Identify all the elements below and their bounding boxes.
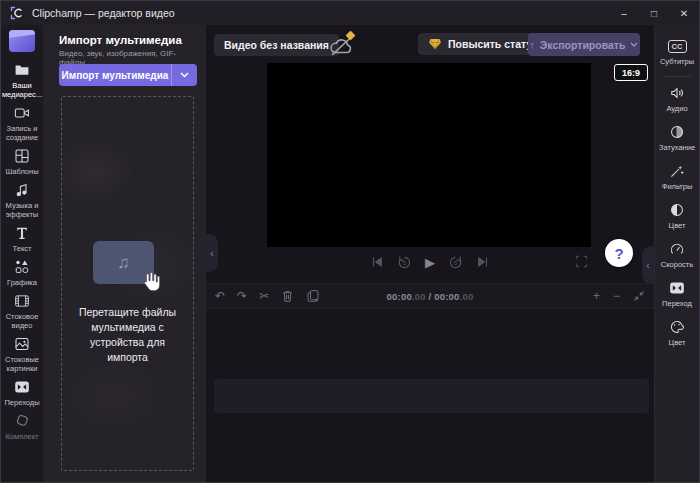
editor-main: Видео без названия Повысить статус ↑ Экс… [206,25,654,482]
transition-icon [669,280,685,296]
trash-icon[interactable] [281,289,294,303]
skip-start-icon[interactable] [370,255,384,269]
text-icon [14,225,30,241]
panel-title: Импорт мультимедиа [59,34,196,46]
left-nav-rail: Ваши медиарес... Запись и создание Шабло… [1,25,43,482]
shapes-icon [14,259,30,275]
sidebar-item-brand-kit[interactable]: Комплект [1,410,43,444]
tool-item-label: Затухание [659,143,695,152]
undo-icon[interactable]: ↶ [215,289,225,303]
chevron-down-icon [180,72,189,78]
music-note-icon [14,182,30,198]
collapse-left-panel-handle[interactable]: ‹ [206,234,218,272]
zoom-in-icon[interactable]: + [593,289,600,303]
rewind-5s-icon[interactable]: 5 [397,255,412,270]
cloud-backup-off-icon[interactable] [328,36,354,56]
chevron-left-icon: ‹ [646,260,649,271]
brand-kit-icon [14,413,30,429]
media-dropzone[interactable]: ♫ Перетащите файлы мультимедиа с устройс… [61,96,194,471]
gem-icon [428,38,442,50]
help-button[interactable]: ? [605,239,633,267]
fit-to-screen-icon[interactable] [633,290,645,302]
sidebar-item-label: Музыка и эффекты [2,201,42,219]
timeline-track[interactable] [214,379,649,413]
export-button-label: Экспортировать [540,39,626,51]
tool-item-color[interactable]: Цвет [655,197,699,236]
templates-icon [14,148,30,164]
tool-item-speed[interactable]: Скорость [655,236,699,275]
import-media-button[interactable]: Импорт мультимедиа [59,64,197,86]
camera-icon [14,105,30,121]
sidebar-item-label: Комплект [5,432,38,441]
tool-item-audio[interactable]: Аудио [655,80,699,119]
export-arrow-icon: ↑ [530,39,535,51]
tool-item-fade[interactable]: Затухание [655,119,699,158]
dropzone-hint: Перетащите файлы мультимедиа с устройств… [70,305,185,365]
sidebar-item-label: Стоковое видео [2,312,42,330]
scissors-icon[interactable]: ✂ [259,289,269,303]
maximize-button[interactable]: □ [639,1,669,25]
tool-item-color-wheel[interactable]: Цвет [655,314,699,353]
sidebar-item-stock-video[interactable]: Стоковое видео [1,290,43,333]
window-title: Clipchamp — редактор видео [32,7,175,19]
fullscreen-icon[interactable] [575,255,588,268]
upgrade-button-label: Повысить статус [448,38,538,50]
import-panel: Импорт мультимедиа Видео, звук, изображе… [43,25,206,482]
sidebar-item-label: Графика [7,278,37,287]
sidebar-item-graphics[interactable]: Графика [1,256,43,290]
tool-item-transition[interactable]: Переход [655,275,699,314]
timeline-timecode: 00:00.00 / 00:00.00 [387,291,474,302]
duplicate-icon[interactable] [306,289,320,303]
app-logo [9,30,35,52]
transition-icon [14,379,30,395]
panel-divider [663,76,691,77]
hand-cursor-icon [139,270,163,294]
image-icon [14,336,30,352]
sidebar-item-record-create[interactable]: Запись и создание [1,102,43,145]
tool-item-label: Цвет [669,221,686,230]
close-button[interactable]: ✕ [669,1,699,25]
sidebar-item-label: Запись и создание [2,124,42,142]
collapse-right-panel-handle[interactable]: ‹ [642,246,654,284]
play-button[interactable]: ▶ [425,256,435,269]
sidebar-item-your-media[interactable]: Ваши медиарес... [1,59,43,102]
half-circle-icon [669,202,685,218]
minimize-button[interactable]: – [609,1,639,25]
import-dropdown-button[interactable] [171,64,197,86]
app-window: Clipchamp — редактор видео – □ ✕ Ваши ме… [0,0,700,483]
timeline-edit-controls: ↶ ↷ ✂ [206,289,320,303]
tool-item-label: Аудио [666,104,687,113]
window-controls: – □ ✕ [609,1,699,25]
folder-icon [14,62,30,78]
sidebar-item-text[interactable]: Текст [1,222,43,256]
app-content: Ваши медиарес... Запись и создание Шабло… [1,25,699,482]
svg-text:5: 5 [403,259,407,266]
tool-item-label: Субтитры [660,57,694,66]
redo-icon[interactable]: ↷ [237,289,247,303]
sidebar-item-stock-images[interactable]: Стоковые картинки [1,333,43,376]
timeline-zoom-controls: + − [593,289,645,303]
tool-item-label: Переход [662,299,692,308]
sidebar-item-templates[interactable]: Шаблоны [1,145,43,179]
wand-icon [669,163,685,179]
palette-icon [669,319,685,335]
video-preview [267,63,591,247]
project-name-button[interactable]: Видео без названия [214,34,339,56]
clipchamp-logo-icon [10,6,24,20]
sidebar-item-label: Текст [13,244,32,253]
skip-end-icon[interactable] [476,255,490,269]
aspect-ratio-badge[interactable]: 16:9 [614,64,648,81]
sidebar-item-label: Переходы [4,398,39,407]
export-button[interactable]: ↑ Экспортировать [528,33,640,56]
import-media-button-label[interactable]: Импорт мультимедиа [59,64,171,86]
sidebar-item-music-effects[interactable]: Музыка и эффекты [1,179,43,222]
sidebar-item-transitions[interactable]: Переходы [1,376,43,410]
tool-item-label: Фильтры [662,182,693,191]
sidebar-item-label: Стоковые картинки [2,355,42,373]
chevron-left-icon: ‹ [210,248,213,259]
tool-item-filters[interactable]: Фильтры [655,158,699,197]
tool-item-captions[interactable]: CC Субтитры [655,33,699,72]
titlebar: Clipchamp — редактор видео – □ ✕ [1,1,699,25]
zoom-out-icon[interactable]: − [613,289,620,303]
forward-5s-icon[interactable]: 5 [448,255,463,270]
